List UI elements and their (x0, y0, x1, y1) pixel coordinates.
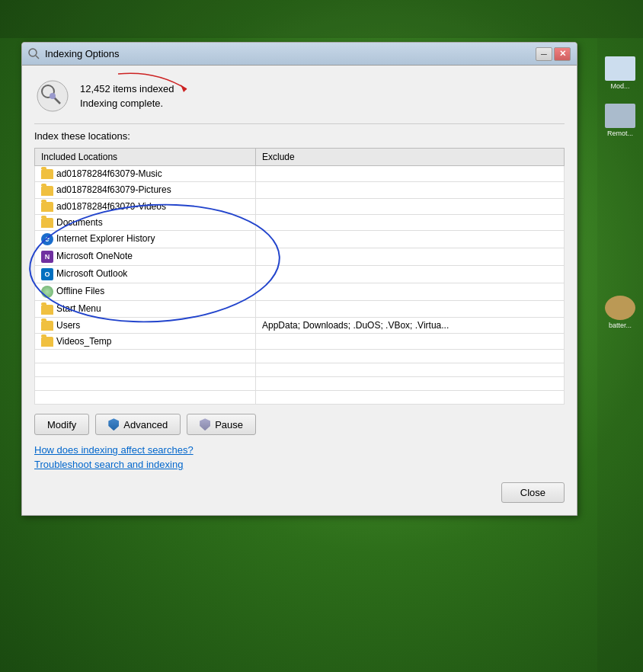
row-name: Videos_Temp (56, 336, 112, 347)
indexing-options-dialog: Indexing Options ─ ✕ (21, 42, 577, 516)
dialog-icon (28, 48, 40, 60)
svg-point-0 (29, 49, 37, 56)
offline-icon (41, 286, 53, 298)
row-name: Internet Explorer History (56, 233, 155, 244)
table-row[interactable]: Documents (35, 214, 565, 230)
table-cell-name: Start Menu (35, 301, 256, 317)
indexing-icon (34, 78, 71, 114)
folder-icon (41, 321, 53, 331)
pause-label: Pause (215, 419, 243, 430)
table-cell-name: Users (35, 317, 256, 333)
table-cell-name: ad01878284f63079-Pictures (35, 182, 256, 198)
advanced-button[interactable]: Advanced (95, 414, 181, 435)
close-row: Close (34, 479, 565, 503)
desktop-sidebar: Mod... Remot... batter... (597, 38, 643, 672)
table-cell-name: ad01878284f63079-Videos (35, 198, 256, 214)
desktop-icon-battery-img (605, 296, 635, 320)
table-row[interactable]: ad01878284f63079-Music (35, 166, 565, 182)
table-row[interactable]: UsersAppData; Downloads; .DuOS; .VBox; .… (35, 317, 565, 333)
table-cell-name: Offline Files (35, 283, 256, 301)
info-section: 12,452 items indexed Indexing complete. (34, 78, 565, 114)
buttons-row: Modify Advanced Pause (34, 414, 565, 435)
row-name: ad01878284f63079-Music (56, 168, 162, 179)
table-row-empty (35, 391, 565, 405)
folder-icon (41, 202, 53, 212)
desktop-icon-img (605, 56, 635, 81)
how-does-link[interactable]: How does indexing affect searches? (34, 444, 565, 456)
divider (34, 123, 565, 124)
table-cell-exclude (256, 214, 565, 230)
table-row[interactable]: Offline Files (35, 283, 565, 301)
table-row[interactable]: NMicrosoft OneNote (35, 248, 565, 266)
folder-icon (41, 218, 53, 228)
row-name: Documents (56, 217, 103, 228)
row-name: Microsoft OneNote (56, 251, 133, 261)
ie-icon: e (41, 233, 53, 245)
table-row[interactable]: Start Menu (35, 301, 565, 317)
desktop-top-bar (0, 0, 643, 38)
shield-icon (108, 418, 119, 430)
folder-icon (41, 337, 53, 347)
table-cell-exclude (256, 266, 565, 283)
table-row[interactable]: OMicrosoft Outlook (35, 266, 565, 283)
locations-label: Index these locations: (34, 130, 565, 142)
close-dialog-button[interactable]: Close (501, 482, 565, 503)
pause-shield-icon (200, 418, 210, 430)
outlook-icon: O (41, 268, 53, 280)
svg-point-6 (50, 93, 56, 99)
table-cell-exclude (256, 283, 565, 301)
desktop-icon-remote-img (605, 104, 635, 128)
table-cell-exclude (256, 301, 565, 317)
modify-button[interactable]: Modify (34, 414, 89, 435)
row-name: Microsoft Outlook (56, 268, 127, 279)
close-button[interactable]: ✕ (554, 47, 571, 61)
svg-line-1 (36, 56, 39, 59)
advanced-label: Advanced (123, 419, 168, 430)
table-row[interactable]: eInternet Explorer History (35, 231, 565, 248)
desktop-icon-remote-label: Remot... (600, 130, 640, 137)
table-row[interactable]: ad01878284f63079-Pictures (35, 182, 565, 198)
desktop-icon-battery: batter... (597, 293, 643, 332)
row-name: Offline Files (56, 286, 104, 296)
minimize-button[interactable]: ─ (536, 47, 552, 61)
desktop-icon-battery-label: batter... (600, 322, 640, 329)
row-name: ad01878284f63079-Pictures (56, 184, 171, 195)
title-bar: Indexing Options ─ ✕ (22, 43, 577, 66)
table-cell-name: Videos_Temp (35, 333, 256, 349)
row-name: Users (56, 320, 80, 331)
table-cell-exclude (256, 182, 565, 198)
desktop-icon-label: Mod... (600, 82, 640, 90)
table-row-empty (35, 363, 565, 377)
onenote-icon: N (41, 251, 53, 263)
table-cell-exclude: AppData; Downloads; .DuOS; .VBox; .Virtu… (256, 317, 565, 333)
title-bar-buttons: ─ ✕ (536, 47, 571, 61)
dialog-title: Indexing Options (45, 48, 120, 59)
locations-table: Included Locations Exclude ad01878284f63… (34, 148, 565, 405)
table-cell-name: OMicrosoft Outlook (35, 266, 256, 283)
table-row-empty (35, 377, 565, 391)
table-row[interactable]: ad01878284f63079-Videos (35, 198, 565, 214)
folder-icon (41, 169, 53, 179)
table-cell-name: ad01878284f63079-Music (35, 166, 256, 182)
table-cell-exclude (256, 231, 565, 248)
desktop-icon-remote: Remot... (597, 101, 643, 140)
dialog-content: 12,452 items indexed Indexing complete. … (22, 66, 577, 515)
desktop-icon-mod: Mod... (597, 53, 643, 93)
links-section: How does indexing affect searches? Troub… (34, 444, 565, 470)
arrow-annotation (110, 66, 202, 104)
table-row[interactable]: Videos_Temp (35, 333, 565, 349)
pause-button[interactable]: Pause (187, 414, 256, 435)
table-row-empty (35, 350, 565, 363)
troubleshoot-link[interactable]: Troubleshoot search and indexing (34, 459, 565, 470)
col-exclude: Exclude (256, 149, 565, 166)
table-cell-exclude (256, 166, 565, 182)
table-cell-exclude (256, 198, 565, 214)
table-cell-name: NMicrosoft OneNote (35, 248, 256, 266)
table-cell-exclude (256, 333, 565, 349)
table-cell-name: eInternet Explorer History (35, 231, 256, 248)
folder-icon (41, 186, 53, 196)
table-cell-exclude (256, 248, 565, 266)
col-included: Included Locations (35, 149, 256, 166)
title-bar-left: Indexing Options (28, 48, 120, 60)
folder-icon (41, 305, 53, 315)
